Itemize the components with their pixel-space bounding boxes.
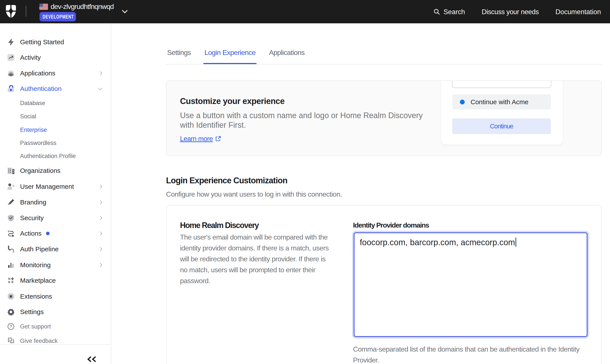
svg-text:?: ? <box>10 324 12 329</box>
